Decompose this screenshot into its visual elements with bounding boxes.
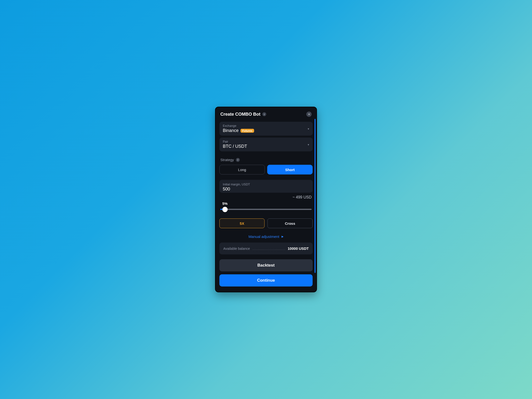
available-balance-row: Available balance 10000 USDT bbox=[219, 243, 313, 254]
dotted-divider bbox=[252, 250, 285, 250]
pair-select[interactable]: Pair BTC / USDT ▾ bbox=[219, 138, 313, 151]
exchange-value: Binance bbox=[223, 128, 239, 133]
close-button[interactable]: ✕ bbox=[306, 112, 312, 117]
slider-percent-label: 5% bbox=[222, 201, 228, 206]
margin-value: 500 bbox=[223, 187, 309, 192]
info-icon[interactable]: i bbox=[262, 112, 266, 116]
leverage-mode-button[interactable]: Cross bbox=[267, 218, 313, 228]
continue-button[interactable]: Continue bbox=[219, 274, 313, 286]
leverage-row: 5X Cross bbox=[219, 218, 313, 228]
close-icon: ✕ bbox=[308, 113, 310, 116]
manual-adjustment-button[interactable]: Manual adjustment ▶ bbox=[219, 234, 313, 239]
balance-label: Available balance bbox=[223, 247, 250, 251]
modal-header: Create COMBO Bot i ✕ bbox=[216, 107, 316, 118]
slider-thumb[interactable] bbox=[222, 207, 228, 212]
slider-track bbox=[220, 209, 312, 210]
strategy-label: Strategy bbox=[220, 158, 234, 162]
info-icon[interactable]: i bbox=[236, 158, 240, 162]
margin-approx: ~ 499 USD bbox=[219, 195, 312, 200]
chevron-down-icon: ▾ bbox=[308, 143, 309, 146]
margin-label: Initial margin, USDT bbox=[223, 183, 309, 186]
strategy-short-button[interactable]: Short bbox=[267, 165, 313, 174]
margin-slider[interactable]: 5% bbox=[220, 202, 312, 213]
pair-value: BTC / USDT bbox=[223, 144, 247, 149]
pair-value-row: BTC / USDT bbox=[223, 144, 309, 149]
modal-title: Create COMBO Bot bbox=[220, 112, 260, 117]
title-wrap: Create COMBO Bot i bbox=[220, 112, 266, 117]
modal-body: Exchange Binance Futures ▾ Pair BTC / US… bbox=[216, 118, 316, 257]
chevron-right-icon: ▶ bbox=[282, 235, 283, 238]
strategy-toggle: Long Short bbox=[219, 165, 313, 174]
exchange-label: Exchange bbox=[223, 124, 309, 128]
initial-margin-field[interactable]: Initial margin, USDT 500 bbox=[219, 180, 313, 193]
modal-footer: Backtest Continue bbox=[216, 257, 316, 290]
leverage-multiplier-button[interactable]: 5X bbox=[219, 218, 265, 228]
manual-adjustment-label: Manual adjustment bbox=[249, 234, 279, 239]
strategy-long-button[interactable]: Long bbox=[219, 165, 265, 174]
exchange-select[interactable]: Exchange Binance Futures ▾ bbox=[219, 122, 313, 136]
backtest-button[interactable]: Backtest bbox=[219, 259, 313, 271]
pair-label: Pair bbox=[223, 140, 309, 143]
chevron-down-icon: ▾ bbox=[308, 127, 309, 130]
balance-value: 10000 USDT bbox=[288, 246, 309, 251]
exchange-badge: Futures bbox=[241, 129, 254, 133]
exchange-value-row: Binance Futures bbox=[223, 128, 309, 133]
strategy-section-label: Strategy i bbox=[220, 158, 312, 162]
create-combo-bot-modal: Create COMBO Bot i ✕ Exchange Binance Fu… bbox=[215, 107, 317, 292]
